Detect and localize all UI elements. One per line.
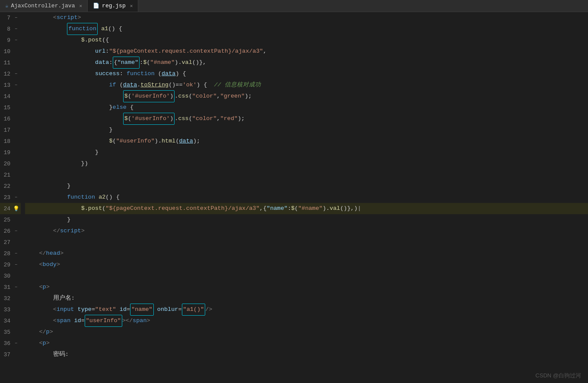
code-line-27	[25, 237, 588, 248]
fold-8[interactable]: −	[13, 26, 19, 32]
code-line-33: <input type="text" id="name" onblur="a1(…	[25, 304, 588, 315]
code-line-9: $.post({	[25, 35, 588, 46]
tab-close-regjsp[interactable]: ✕	[130, 3, 133, 9]
code-line-20: })	[25, 158, 588, 169]
code-line-30	[25, 270, 588, 282]
line-numbers: 7− 8− 9− 10 11 12− 13− 14 15 16 17 18 19…	[0, 12, 21, 383]
tab-bar: ☕ AjaxController.java ✕ 📄 reg.jsp ✕	[0, 0, 588, 12]
fold-23[interactable]: −	[13, 194, 19, 200]
tab-ajaxcontroller[interactable]: ☕ AjaxController.java ✕	[0, 0, 88, 12]
fold-9[interactable]: −	[13, 37, 19, 43]
code-line-28: </head>	[25, 248, 588, 259]
fold-13[interactable]: −	[13, 82, 19, 88]
fold-28[interactable]: −	[13, 250, 19, 256]
tab-regjsp[interactable]: 📄 reg.jsp ✕	[88, 0, 138, 12]
code-line-11: data:{"name":$("#name").val()},	[25, 57, 588, 68]
fold-12[interactable]: −	[13, 71, 19, 77]
code-line-35: </p>	[25, 326, 588, 338]
code-line-18: $("#userInfo").html(data);	[25, 136, 588, 147]
code-line-36: <p>	[25, 338, 588, 349]
code-line-8: function a1() {	[25, 23, 588, 35]
code-line-32: 用户名:	[25, 293, 588, 304]
fold-29[interactable]: −	[13, 262, 19, 268]
code-line-16: $('#userInfo').css("color","red");	[25, 113, 588, 124]
code-area[interactable]: <script> function a1() { $.post({ url:"$…	[21, 12, 588, 383]
warning-icon-24: 💡	[13, 206, 19, 212]
code-line-14: $('#userInfo').css("color","green");	[25, 91, 588, 102]
tab-label-regjsp: reg.jsp	[102, 3, 126, 9]
fold-31[interactable]: −	[13, 284, 19, 290]
code-line-13: if (data.toString()=='ok') { // 信息核对成功	[25, 79, 588, 91]
code-line-23: function a2() {	[25, 192, 588, 203]
code-line-10: url:"${pageContext.request.contextPath}/…	[25, 46, 588, 57]
editor-area: 7− 8− 9− 10 11 12− 13− 14 15 16 17 18 19…	[0, 12, 588, 383]
code-line-26: </script>	[25, 225, 588, 237]
code-line-25: }	[25, 214, 588, 225]
code-line-37: 密码:	[25, 349, 588, 360]
java-icon: ☕	[5, 3, 8, 9]
tab-label-ajaxcontroller: AjaxController.java	[11, 3, 75, 9]
code-line-12: success: function (data) {	[25, 68, 588, 79]
code-line-29: <body>	[25, 259, 588, 270]
code-line-17: }	[25, 124, 588, 136]
code-line-24: $.post("${pageContext.request.contextPat…	[25, 203, 588, 214]
watermark: CSDN @白驹过河	[535, 372, 581, 380]
code-line-7: <script>	[25, 12, 588, 23]
code-line-31: <p>	[25, 282, 588, 293]
jsp-icon: 📄	[93, 3, 99, 9]
fold-36[interactable]: −	[13, 340, 19, 346]
code-line-15: }else {	[25, 102, 588, 113]
fold-7[interactable]: −	[13, 15, 19, 21]
code-line-19: }	[25, 147, 588, 158]
code-line-22: }	[25, 180, 588, 192]
fold-26[interactable]: −	[13, 228, 19, 234]
code-line-21	[25, 169, 588, 180]
tab-close-ajaxcontroller[interactable]: ✕	[79, 3, 82, 9]
code-line-34: <span id="userInfo"></span>	[25, 315, 588, 326]
